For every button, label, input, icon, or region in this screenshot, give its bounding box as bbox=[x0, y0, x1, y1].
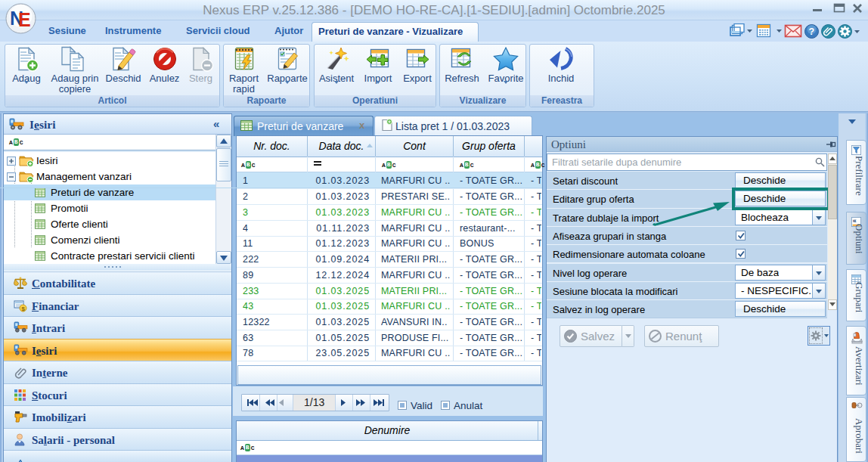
svg-text:?: ? bbox=[809, 26, 815, 37]
svg-text:E: E bbox=[18, 9, 31, 30]
